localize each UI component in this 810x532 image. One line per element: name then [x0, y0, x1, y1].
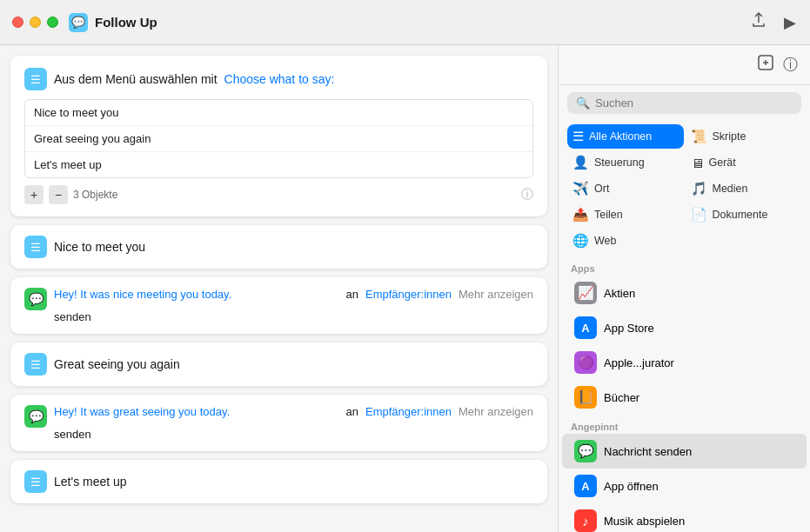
nachricht-item[interactable]: 💬 Nachricht senden [562, 434, 807, 469]
medien-label: Medien [713, 183, 748, 195]
aktien-item[interactable]: 📈 Aktien [562, 276, 807, 310]
titlebar-actions: ▶ [749, 10, 798, 34]
close-button[interactable] [12, 17, 23, 28]
menu-list: Nice to meet you Great seeing you again … [24, 99, 533, 178]
info-icon[interactable]: ⓘ [521, 187, 533, 203]
right-panel: ⓘ 🔍 ☰ Alle Aktionen 📜 Skripte 👤 Steuerun… [558, 45, 810, 532]
search-input[interactable] [595, 96, 793, 110]
appstore-icon: A [574, 316, 597, 339]
web-icon: 🌐 [572, 233, 589, 249]
lets-icon: ☰ [24, 470, 47, 493]
great-action-card: 💬 Hey! It was great seeing you today. an… [10, 395, 547, 451]
angepinnt-label: Angepinnt [559, 415, 810, 434]
great-icon: ☰ [24, 353, 47, 376]
remove-item-button[interactable]: − [49, 185, 68, 204]
geraet-label: Gerät [709, 156, 736, 169]
apple-item[interactable]: 🟣 Apple...jurator [562, 345, 807, 380]
main-layout: ☰ Aus dem Menü auswählen mit Choose what… [0, 45, 810, 532]
buecher-icon: 📙 [574, 386, 597, 409]
mehr-link-2[interactable]: Mehr anzeigen [459, 405, 533, 418]
steuerung-label: Steuerung [594, 156, 645, 169]
alle-label: Alle Aktionen [589, 130, 652, 143]
share-button[interactable] [749, 10, 768, 34]
panel-info-button[interactable]: ⓘ [783, 54, 798, 76]
musik-label: Musik abspielen [604, 515, 685, 528]
connector-text: an [346, 288, 358, 301]
apps-label: Apps [559, 256, 810, 276]
nachricht-icon: 💬 [574, 440, 597, 462]
medien-icon: 🎵 [691, 181, 707, 196]
teilen-icon: 📤 [572, 207, 589, 223]
alle-icon: ☰ [572, 129, 584, 144]
list-item[interactable]: Great seeing you again [25, 126, 532, 152]
list-item[interactable]: Let's meet up [25, 152, 532, 177]
senden-label-2: senden [24, 428, 533, 441]
traffic-lights [12, 17, 58, 28]
titlebar: 💬 Follow Up ▶ [0, 0, 810, 45]
panel-header: ⓘ [559, 45, 810, 85]
recipient-link-2[interactable]: Empfänger:innen [365, 405, 452, 418]
musik-item[interactable]: ♪ Musik abspielen [562, 503, 807, 532]
skripte-icon: 📜 [691, 129, 707, 144]
item-count: 3 Objekte [73, 189, 516, 201]
buecher-label: Bücher [604, 391, 639, 404]
cat-dokumente[interactable]: 📄 Dokumente [686, 203, 802, 227]
add-item-button[interactable]: + [24, 185, 44, 204]
cat-alle-aktionen[interactable]: ☰ Alle Aktionen [567, 124, 684, 149]
cat-teilen[interactable]: 📤 Teilen [567, 203, 684, 227]
great-message: Hey! It was great seeing you today. [54, 405, 339, 418]
nice-action-card: 💬 Hey! It was nice meeting you today. an… [10, 277, 547, 334]
left-panel: ☰ Aus dem Menü auswählen mit Choose what… [0, 45, 558, 532]
buecher-item[interactable]: 📙 Bücher [562, 380, 807, 415]
list-item[interactable]: Nice to meet you [25, 100, 532, 126]
app-oeffnen-label: App öffnen [604, 480, 659, 493]
app-icon: 💬 [69, 13, 88, 32]
cat-steuerung[interactable]: 👤 Steuerung [567, 150, 684, 175]
teilen-label: Teilen [594, 209, 623, 221]
apple-icon: 🟣 [574, 351, 597, 374]
cat-web[interactable]: 🌐 Web [567, 229, 684, 253]
cat-geraet[interactable]: 🖥 Gerät [686, 150, 802, 175]
web-label: Web [594, 235, 616, 247]
category-grid: ☰ Alle Aktionen 📜 Skripte 👤 Steuerung 🖥 … [559, 121, 810, 256]
message-icon: 💬 [24, 288, 47, 310]
mehr-link[interactable]: Mehr anzeigen [459, 288, 533, 301]
musik-icon: ♪ [574, 509, 597, 532]
menu-select-label: Aus dem Menü auswählen mit [54, 72, 218, 86]
great-title: Great seeing you again [54, 357, 180, 371]
senden-label: senden [24, 310, 533, 323]
ort-label: Ort [594, 183, 609, 195]
section-great-header: ☰ Great seeing you again [10, 342, 547, 386]
action-list: Apps 📈 Aktien A App Store 🟣 Apple...jura… [559, 256, 810, 532]
connector-text-2: an [346, 405, 358, 418]
window-title: Follow Up [95, 15, 749, 30]
cat-medien[interactable]: 🎵 Medien [686, 176, 802, 201]
maximize-button[interactable] [47, 17, 58, 28]
app-oeffnen-item[interactable]: A App öffnen [562, 469, 807, 503]
lets-title: Let's meet up [54, 475, 127, 489]
nice-title: Nice to meet you [54, 240, 145, 254]
search-icon: 🔍 [576, 96, 590, 110]
app-oeffnen-icon: A [574, 475, 597, 497]
nice-message: Hey! It was nice meeting you today. [54, 288, 339, 301]
search-bar: 🔍 [567, 92, 801, 114]
menu-select-card: ☰ Aus dem Menü auswählen mit Choose what… [10, 56, 547, 216]
panel-add-button[interactable] [757, 54, 774, 76]
minimize-button[interactable] [30, 17, 41, 28]
skripte-label: Skripte [713, 130, 746, 143]
steuerung-icon: 👤 [572, 155, 589, 170]
appstore-item[interactable]: A App Store [562, 310, 807, 345]
nice-icon: ☰ [24, 236, 47, 258]
aktien-label: Aktien [604, 287, 635, 300]
message-icon-2: 💬 [24, 405, 47, 428]
recipient-link[interactable]: Empfänger:innen [365, 288, 452, 301]
dokumente-label: Dokumente [713, 209, 768, 221]
section-lets-header: ☰ Let's meet up [10, 460, 547, 503]
cat-skripte[interactable]: 📜 Skripte [686, 124, 802, 149]
geraet-icon: 🖥 [691, 156, 704, 170]
play-button[interactable]: ▶ [782, 11, 798, 34]
menu-select-icon: ☰ [24, 68, 47, 90]
cat-ort[interactable]: ✈️ Ort [567, 176, 684, 201]
ort-icon: ✈️ [572, 181, 589, 196]
dokumente-icon: 📄 [691, 207, 707, 223]
